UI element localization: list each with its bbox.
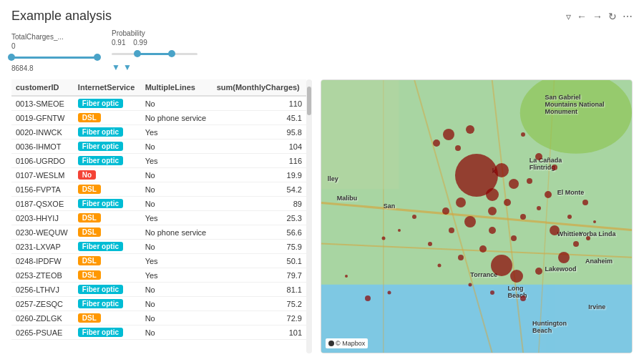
service-badge: DSL <box>78 213 101 222</box>
map-dot <box>558 252 570 263</box>
table-row: 0231-LXVAP Fiber optic No 75.9 <box>11 240 306 254</box>
cell-lines: Yes <box>141 125 213 140</box>
map-label: San Gabriel Mountains National Monument <box>545 94 604 115</box>
more-icon[interactable]: ⋯ <box>623 11 633 22</box>
map-dot <box>550 225 560 235</box>
col-multiplelines: MultipleLines <box>141 79 213 96</box>
cell-lines: No <box>141 140 213 154</box>
map-dot <box>466 125 474 134</box>
slider-thumb-right[interactable] <box>94 54 101 61</box>
map-dot <box>488 207 497 215</box>
map-dot <box>535 153 542 160</box>
filters-row: TotalCharges_... 0 8684.8 Probability 0.… <box>11 29 633 72</box>
map-dot <box>545 191 552 198</box>
cell-service: Fiber optic <box>74 283 141 297</box>
map-dot <box>486 188 499 201</box>
cell-charge: 116 <box>213 154 306 168</box>
header: Example analysis ▿ ← → ↻ ⋯ <box>11 9 633 24</box>
cell-lines: Yes <box>141 154 213 168</box>
map-dot <box>442 207 449 215</box>
map-dot <box>490 290 494 295</box>
col-monthlycharges: sum(MonthlyCharges) <box>213 79 306 96</box>
map-dot <box>535 268 542 275</box>
col-customerid: customerID <box>11 79 74 96</box>
table-row: 0248-IPDFW DSL Yes 50.1 <box>11 254 306 268</box>
map-dot <box>428 242 432 246</box>
back-icon[interactable]: ← <box>577 11 587 22</box>
prob-arrow-left[interactable]: ▼ <box>112 62 120 72</box>
cell-charge: 19.9 <box>213 168 306 182</box>
cell-charge: 54.2 <box>213 182 306 197</box>
map-dot <box>412 215 416 219</box>
service-badge: Fiber optic <box>78 199 123 208</box>
map-dot <box>489 227 496 234</box>
cell-service: Fiber optic <box>74 125 141 140</box>
prob-arrow-right[interactable]: ▼ <box>123 62 132 72</box>
highway-1 <box>321 202 632 230</box>
cell-service: DSL <box>74 254 141 268</box>
cell-charge: 25.3 <box>213 211 306 225</box>
cell-service: Fiber optic <box>74 326 141 340</box>
map-label: San <box>384 202 396 210</box>
filter-probability-max: 0.99 <box>133 39 147 47</box>
filter-icon[interactable]: ▿ <box>566 11 571 22</box>
cell-charge: 56.6 <box>213 225 306 240</box>
scrollbar-thumb[interactable] <box>307 87 311 115</box>
map-dot <box>456 197 466 207</box>
map-dot <box>433 140 440 147</box>
cell-lines: Yes <box>141 254 213 268</box>
refresh-icon[interactable]: ↻ <box>608 11 617 22</box>
probability-slider[interactable] <box>112 48 197 59</box>
service-badge: DSL <box>78 113 101 122</box>
slider-fill-prob <box>137 53 172 55</box>
map-dot <box>552 165 557 170</box>
slider-fill <box>11 57 97 59</box>
filter-totalcharges-label: TotalCharges_... <box>11 33 97 41</box>
mapbox-label: © Mapbox <box>336 340 365 347</box>
table-row: 0257-ZESQC Fiber optic No 75.2 <box>11 297 306 311</box>
highway-2 <box>321 244 632 258</box>
cell-customerid: 0019-GFNTW <box>11 111 74 125</box>
table-section: customerID InternetService MultipleLines… <box>11 79 312 353</box>
totalcharges-slider[interactable] <box>11 52 97 63</box>
service-badge: No <box>78 170 96 180</box>
table-row: 0203-HHYIJ DSL Yes 25.3 <box>11 211 306 225</box>
slider-thumb-left[interactable] <box>8 54 15 61</box>
map-label: Malibu <box>337 195 358 202</box>
scrollbar[interactable] <box>306 79 312 353</box>
filter-totalcharges-maxrange: 8684.8 <box>11 64 97 72</box>
cell-customerid: 0020-INWCK <box>11 125 74 140</box>
map-dot <box>494 163 509 177</box>
mapbox-compass-icon <box>328 341 334 346</box>
table-row: 0230-WEQUW DSL No phone service 56.6 <box>11 225 306 240</box>
filter-probability-range: 0.91 0.99 <box>112 39 197 47</box>
table-row: 0019-GFNTW DSL No phone service 45.1 <box>11 111 306 125</box>
map-dot <box>510 270 523 283</box>
table-header-row: customerID InternetService MultipleLines… <box>11 79 306 96</box>
cell-service: Fiber optic <box>74 197 141 211</box>
cell-charge: 45.1 <box>213 111 306 125</box>
map-dot <box>509 179 519 189</box>
map-dot <box>573 241 579 247</box>
map-dot <box>388 291 391 295</box>
slider-thumb-prob-left[interactable] <box>134 50 141 57</box>
terrain-1 <box>321 80 399 189</box>
slider-thumb-prob-right[interactable] <box>168 50 175 57</box>
forward-icon[interactable]: → <box>592 11 602 22</box>
map-dot <box>464 216 476 228</box>
cell-charge: 50.1 <box>213 254 306 268</box>
filter-probability: Probability 0.91 0.99 ▼ ▼ <box>112 29 197 72</box>
service-badge: DSL <box>78 256 101 265</box>
cell-charge: 101 <box>213 326 306 340</box>
cell-service: DSL <box>74 182 141 197</box>
cell-lines: No phone service <box>141 225 213 240</box>
cell-charge: 89 <box>213 197 306 211</box>
service-badge: Fiber optic <box>78 299 123 308</box>
map-dot <box>455 145 461 151</box>
table-row: 0106-UGRDO Fiber optic Yes 116 <box>11 154 306 168</box>
table-row: 0036-IHMOT Fiber optic No 104 <box>11 140 306 154</box>
map-dot <box>593 220 596 223</box>
cell-charge: 81.1 <box>213 283 306 297</box>
cell-service: DSL <box>74 211 141 225</box>
cell-charge: 104 <box>213 140 306 154</box>
